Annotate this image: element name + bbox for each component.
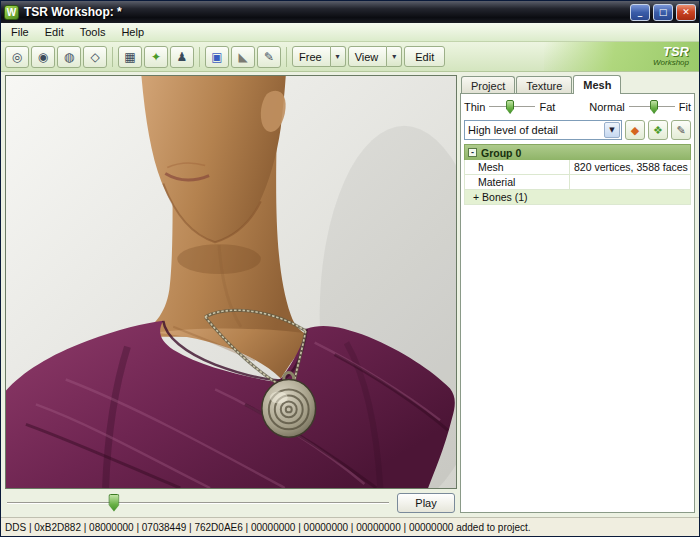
wireframe-button[interactable]: ◇ — [83, 46, 107, 68]
camera-mode-button[interactable]: Free — [292, 46, 331, 67]
view-button[interactable]: View — [348, 46, 388, 67]
mannequin-button[interactable]: ♟ — [170, 46, 194, 68]
camera-mode-dropdown-arrow-icon[interactable]: ▾ — [331, 46, 346, 67]
minimize-button[interactable]: _ — [630, 4, 650, 21]
pencil-button[interactable]: ✎ — [257, 46, 281, 68]
status-text: DDS | 0xB2D882 | 08000000 | 07038449 | 7… — [5, 522, 531, 533]
shaded-icon: ◉ — [38, 50, 48, 64]
edit-button[interactable]: Edit — [404, 46, 445, 67]
bones-row[interactable]: + Bones (1) — [464, 190, 691, 205]
sim-model-render — [6, 76, 456, 488]
weight-slider[interactable] — [489, 99, 535, 115]
viewport-controls: Play — [5, 489, 457, 513]
menubar: File Edit Tools Help — [1, 23, 699, 42]
import-mesh-icon: ◆ — [631, 124, 639, 137]
toolbar-separator — [112, 47, 113, 67]
mesh-group-tree: - Group 0 Mesh 820 vertices, 3588 faces … — [464, 144, 691, 205]
fitness-slider[interactable] — [629, 99, 675, 115]
toolbar: ◎ ◉ ◍ ◇ ▦ ✦ ♟ ▣ ◣ ✎ Free ▾ View ▾ Edit T… — [1, 42, 699, 72]
toolbar-separator — [286, 47, 287, 67]
fitness-slider-thumb[interactable] — [650, 100, 658, 114]
bones-row-label: + Bones (1) — [465, 190, 690, 204]
statusbar: DDS | 0xB2D882 | 08000000 | 07038449 | 7… — [1, 517, 699, 536]
tab-mesh[interactable]: Mesh — [573, 75, 621, 94]
thin-label: Thin — [464, 101, 485, 113]
lod-row: High level of detail ▼ ◆ ❖ ✎ — [464, 120, 691, 140]
mannequin-icon: ♟ — [177, 50, 188, 64]
lod-dropdown-value: High level of detail — [465, 124, 603, 136]
edit-mesh-button[interactable]: ✎ — [671, 120, 691, 140]
grid-button[interactable]: ▦ — [118, 46, 142, 68]
export-mesh-button[interactable]: ❖ — [648, 120, 668, 140]
right-panel: Project Texture Mesh Thin Fat Normal — [460, 75, 695, 513]
lod-dropdown-arrow-icon[interactable]: ▼ — [604, 122, 620, 138]
mesh-row[interactable]: Mesh 820 vertices, 3588 faces — [464, 160, 691, 175]
menu-tools[interactable]: Tools — [72, 24, 114, 40]
tiles-button[interactable]: ▣ — [205, 46, 229, 68]
titlebar: W TSR Workshop: * _ □ ✕ — [1, 1, 699, 23]
mesh-tab-panel: Thin Fat Normal Fit High level o — [460, 93, 695, 513]
menu-file[interactable]: File — [3, 24, 37, 40]
brand-logo-line2: Workshop — [653, 58, 689, 67]
group-header[interactable]: - Group 0 — [464, 144, 691, 160]
close-button[interactable]: ✕ — [676, 4, 696, 21]
fit-label: Fit — [679, 101, 691, 113]
edit-mesh-icon: ✎ — [676, 124, 685, 137]
view-combo: View ▾ — [348, 46, 403, 67]
orbit-icon: ◎ — [12, 50, 22, 64]
menu-help[interactable]: Help — [113, 24, 152, 40]
brand-logo-line1: TSR — [663, 46, 689, 58]
animation-slider[interactable] — [7, 494, 389, 512]
pencil-icon: ✎ — [264, 50, 274, 64]
tab-texture[interactable]: Texture — [516, 76, 572, 94]
collapse-icon[interactable]: - — [468, 148, 477, 157]
plugin-button[interactable]: ✦ — [144, 46, 168, 68]
lod-dropdown[interactable]: High level of detail ▼ — [464, 120, 622, 140]
viewport-column: Play — [5, 75, 457, 513]
material-row-value — [570, 175, 690, 189]
grid-icon: ▦ — [124, 50, 135, 64]
window-title: TSR Workshop: * — [22, 5, 627, 19]
tab-project[interactable]: Project — [461, 76, 515, 94]
app-window: W TSR Workshop: * _ □ ✕ File Edit Tools … — [0, 0, 700, 537]
group-header-label: Group 0 — [481, 147, 521, 159]
play-button[interactable]: Play — [397, 493, 455, 513]
camera-mode-combo: Free ▾ — [292, 46, 346, 67]
panel-empty-area — [464, 209, 691, 509]
3d-viewport[interactable] — [5, 75, 457, 489]
body-morph-sliders: Thin Fat Normal Fit — [464, 98, 691, 116]
fat-label: Fat — [539, 101, 555, 113]
main-area: Play Project Texture Mesh Thin Fat Norma… — [1, 72, 699, 517]
magnet-button[interactable]: ◣ — [231, 46, 255, 68]
export-mesh-icon: ❖ — [653, 124, 663, 137]
material-row[interactable]: Material — [464, 175, 691, 190]
plugin-icon: ✦ — [151, 50, 161, 64]
import-mesh-button[interactable]: ◆ — [625, 120, 645, 140]
weight-slider-thumb[interactable] — [506, 100, 514, 114]
magnet-icon: ◣ — [238, 50, 247, 64]
panel-tabs: Project Texture Mesh — [460, 75, 695, 94]
normal-label: Normal — [589, 101, 624, 113]
tiles-icon: ▣ — [211, 50, 222, 64]
mesh-row-label: Mesh — [465, 160, 570, 174]
shaded-button[interactable]: ◉ — [31, 46, 55, 68]
material-row-label: Material — [465, 175, 570, 189]
animation-slider-track — [7, 502, 389, 504]
app-icon: W — [4, 5, 19, 20]
animation-slider-thumb[interactable] — [108, 494, 119, 512]
wireframe-icon: ◇ — [90, 50, 99, 64]
toolbar-separator — [199, 47, 200, 67]
maximize-button[interactable]: □ — [653, 4, 673, 21]
menu-edit[interactable]: Edit — [37, 24, 72, 40]
brand-logo: TSR Workshop — [544, 42, 699, 71]
view-dropdown-arrow-icon[interactable]: ▾ — [387, 46, 402, 67]
mesh-row-value: 820 vertices, 3588 faces — [570, 160, 690, 174]
vertices-icon: ◍ — [64, 50, 74, 64]
orbit-button[interactable]: ◎ — [5, 46, 29, 68]
vertices-button[interactable]: ◍ — [57, 46, 81, 68]
